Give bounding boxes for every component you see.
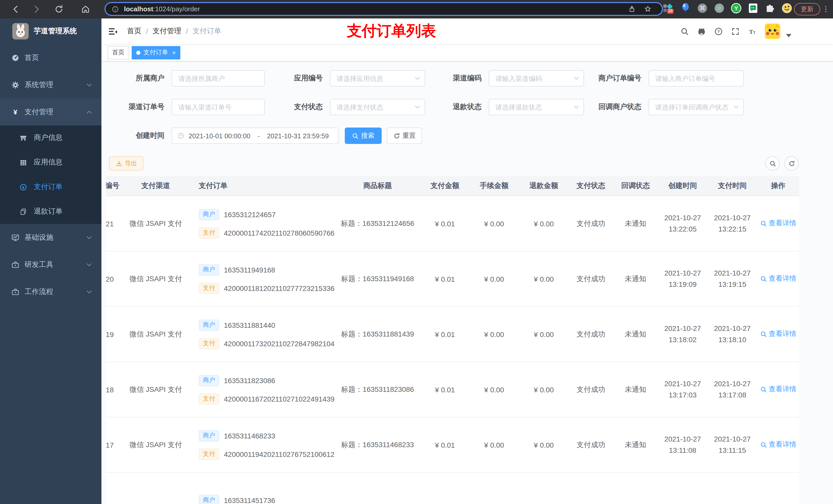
refund-status-select[interactable] [489, 99, 584, 115]
app-logo[interactable]: 芋道管理系统 [0, 19, 101, 44]
tab-pay-order[interactable]: 支付订单 × [132, 46, 180, 59]
caret-down-icon[interactable] [784, 31, 793, 40]
extension-y-icon[interactable] [731, 3, 742, 14]
browser-update-button[interactable]: 更新 [794, 3, 820, 15]
merchant-order-no: 1635311451736 [224, 496, 275, 504]
extension-balloon-icon[interactable] [680, 3, 691, 14]
table-header: 编号 支付渠道 支付订单 商品标题 支付金额 手续金额 退款金额 支付状态 回调… [106, 176, 799, 196]
sidebar-item-payment[interactable]: 支付管理 [0, 98, 101, 125]
shop-icon [20, 134, 27, 142]
pay-badge: 支付 [199, 227, 219, 238]
sidebar-item-system[interactable]: 系统管理 [0, 71, 101, 98]
breadcrumb: 首页 / 支付管理 / 支付订单 [127, 19, 221, 44]
chevron-up-icon [86, 109, 92, 115]
font-size-icon[interactable] [748, 27, 757, 35]
avatar[interactable] [765, 24, 780, 39]
cell-pay-time: 2021-10-2713:18:10 [708, 323, 757, 345]
payment-submenu: 商户信息 应用信息 支付订单 退款订单 [0, 125, 101, 224]
cell-pay-status: 支付成功 [569, 440, 613, 450]
sidebar-item-home[interactable]: 首页 [0, 44, 101, 71]
tags-bar: 首页 支付订单 × [101, 44, 833, 62]
view-detail-link[interactable]: 查看详情 [760, 330, 796, 339]
reset-button[interactable]: 重置 [387, 127, 422, 144]
sidebar-item-app-info[interactable]: 应用信息 [0, 150, 101, 175]
site-info-icon[interactable] [112, 5, 119, 13]
magnifier-icon [760, 220, 767, 227]
filter-row-1: 所属商户 应用编号 渠道编码 商户订单编号 [101, 70, 833, 87]
export-button[interactable]: 导出 [109, 156, 143, 171]
cell-pay-status: 支付成功 [569, 274, 613, 284]
cell-product-title: 标题：1635311949168 [335, 274, 421, 284]
search-icon[interactable] [680, 27, 689, 35]
share-icon[interactable] [628, 5, 636, 13]
tab-home[interactable]: 首页 [108, 46, 129, 59]
merchant-badge: 商户 [199, 264, 219, 275]
sidebar-item-refund-order[interactable]: 退款订单 [0, 199, 101, 224]
browser-menu-icon[interactable] [822, 4, 830, 14]
pay-order-no: 4200001167202110271022491439 [224, 394, 335, 403]
browser-home-icon[interactable] [81, 5, 90, 14]
cell-pay-channel: 微信 JSAPI 支付 [123, 440, 189, 450]
profile-emoji-icon[interactable] [781, 3, 792, 14]
cell-order-id: 19 [106, 330, 123, 338]
view-detail-link[interactable]: 查看详情 [760, 219, 796, 228]
merchant-order-no: 1635312124657 [224, 210, 276, 218]
url-bar[interactable]: localhost:1024/pay/order [104, 2, 663, 16]
sidebar-item-devtools[interactable]: 研发工具 [0, 251, 101, 278]
pay-order-no: 4200001181202110277723215336 [224, 284, 335, 292]
orders-table: 编号 支付渠道 支付订单 商品标题 支付金额 手续金额 退款金额 支付状态 回调… [106, 176, 799, 504]
tab-close-icon[interactable]: × [172, 49, 176, 56]
refresh-table-button[interactable] [784, 156, 799, 171]
cell-refund-amount: ¥ 0.00 [519, 275, 569, 283]
create-time-range-picker[interactable]: 2021-10-01 00:00:00 - 2021-10-31 23:59:5… [172, 127, 339, 144]
sidebar-collapse-icon[interactable] [108, 27, 118, 37]
cell-refund-amount: ¥ 0.00 [519, 219, 569, 228]
grid-icon [20, 159, 27, 166]
url-text: localhost:1024/pay/order [124, 5, 200, 13]
channel-order-no-input[interactable] [172, 99, 265, 115]
view-detail-link[interactable]: 查看详情 [760, 274, 796, 284]
bookmark-star-icon[interactable] [644, 5, 652, 13]
browser-reload-icon[interactable] [54, 5, 64, 14]
magnifier-icon [352, 133, 359, 139]
magnifier-icon [769, 160, 776, 167]
merchant-badge: 商户 [199, 495, 219, 504]
view-detail-link[interactable]: 查看详情 [760, 440, 796, 450]
toggle-search-button[interactable] [765, 156, 780, 171]
sidebar-item-workflow[interactable]: 工作流程 [0, 278, 101, 305]
extension-record-icon[interactable] [714, 3, 725, 14]
browser-forward-icon[interactable] [32, 5, 41, 14]
fullscreen-icon[interactable] [731, 27, 740, 35]
app-select[interactable] [330, 70, 425, 87]
merchant-select[interactable] [172, 70, 265, 87]
extension-command-icon[interactable] [697, 3, 708, 14]
sidebar-item-pay-order[interactable]: 支付订单 [0, 175, 101, 199]
search-button[interactable]: 搜索 [345, 127, 382, 144]
briefcase-icon [11, 288, 20, 296]
sidebar-item-merchant-info[interactable]: 商户信息 [0, 125, 101, 150]
extension-chat-icon[interactable] [747, 3, 759, 14]
channel-code-select[interactable] [489, 70, 584, 87]
active-tab-dot [136, 50, 140, 54]
pay-status-select[interactable] [330, 99, 425, 115]
chevron-down-icon [414, 75, 421, 81]
table-row: 20 微信 JSAPI 支付 商户 1635311949168 支付 42000… [106, 251, 799, 307]
merchant-badge: 商户 [199, 209, 219, 220]
download-icon [116, 160, 122, 167]
merchant-order-no: 1635311881440 [224, 321, 275, 329]
extensions-puzzle-icon[interactable] [764, 3, 776, 14]
extension-diamond-icon[interactable]: 10 [663, 3, 674, 14]
navbar-actions [680, 19, 833, 44]
merchant-order-no-input[interactable] [648, 70, 744, 87]
sidebar-item-infra[interactable]: 基础设施 [0, 224, 101, 251]
table-row: 18 微信 JSAPI 支付 商户 1635311823086 支付 42000… [106, 362, 799, 417]
notify-status-select[interactable] [648, 99, 744, 115]
browser-back-icon[interactable] [11, 5, 21, 14]
view-detail-link[interactable]: 查看详情 [760, 385, 796, 394]
cell-pay-amount: ¥ 0.01 [421, 385, 469, 393]
github-icon[interactable] [697, 27, 706, 35]
cell-create-time: 2021-10-2713:19:09 [658, 268, 708, 290]
breadcrumb-home[interactable]: 首页 [127, 27, 141, 36]
orders-table-clip: 编号 支付渠道 支付订单 商品标题 支付金额 手续金额 退款金额 支付状态 回调… [106, 176, 804, 504]
help-icon[interactable] [714, 27, 723, 35]
